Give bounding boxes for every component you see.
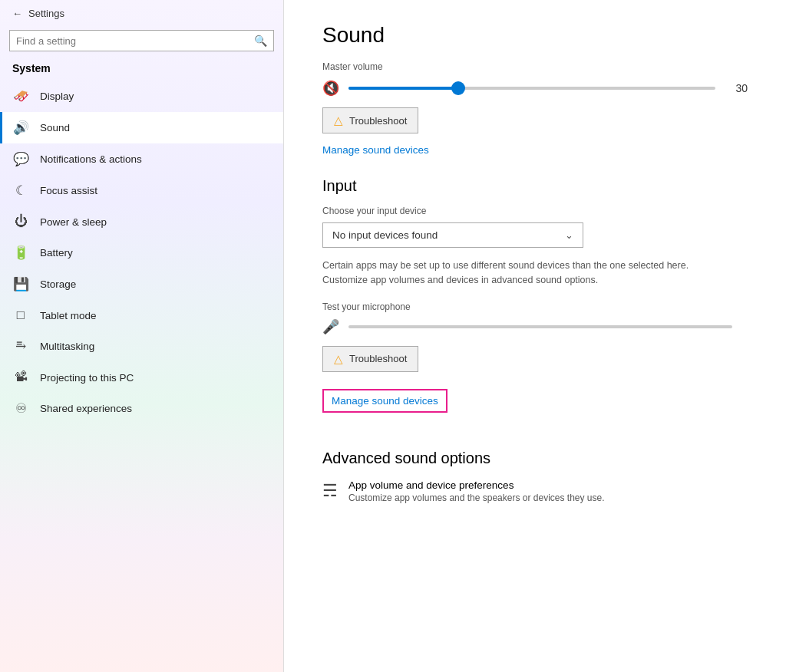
volume-track <box>348 87 715 90</box>
back-label: Settings <box>28 8 64 19</box>
master-volume-label: Master volume <box>322 61 748 72</box>
chevron-down-icon: ⌄ <box>565 229 573 241</box>
test-mic-label: Test your microphone <box>322 301 748 312</box>
shared-icon: ♾ <box>12 400 29 417</box>
volume-fill <box>348 87 458 90</box>
sidebar-item-tablet[interactable]: □ Tablet mode <box>0 300 283 331</box>
advanced-item-app-volume[interactable]: ☴ App volume and device preferences Cust… <box>322 479 748 503</box>
microphone-test-row: 🎤 <box>322 318 748 335</box>
sidebar-item-label: Multitasking <box>40 341 94 352</box>
sidebar-item-label: Power & sleep <box>40 216 107 228</box>
battery-icon: 🔋 <box>12 245 29 261</box>
storage-icon: 💾 <box>12 276 29 292</box>
mic-level-track <box>348 325 732 328</box>
dropdown-value: No input devices found <box>332 229 438 241</box>
sidebar-item-label: Projecting to this PC <box>40 372 134 384</box>
sidebar-item-focus[interactable]: ☾ Focus assist <box>0 175 283 206</box>
warning-icon: △ <box>334 114 343 127</box>
volume-thumb[interactable] <box>451 81 465 95</box>
sidebar-item-storage[interactable]: 💾 Storage <box>0 268 283 300</box>
sidebar-item-projecting[interactable]: 📽 Projecting to this PC <box>0 362 283 393</box>
input-device-dropdown[interactable]: No input devices found ⌄ <box>322 222 583 248</box>
choose-input-label: Choose your input device <box>322 206 748 216</box>
back-icon: ← <box>12 8 22 19</box>
app-volume-icon: ☴ <box>322 481 338 501</box>
volume-control: 🔇 30 <box>322 80 748 97</box>
sidebar-item-battery[interactable]: 🔋 Battery <box>0 237 283 268</box>
sidebar-item-label: Storage <box>40 278 76 290</box>
main-content: Sound Master volume 🔇 30 △ Troubleshoot … <box>284 0 786 672</box>
warning-icon-input: △ <box>334 352 343 366</box>
search-box[interactable]: 🔍 <box>9 30 274 51</box>
microphone-icon: 🎤 <box>322 318 339 335</box>
sidebar-item-shared[interactable]: ♾ Shared experiences <box>0 393 283 424</box>
display-icon: 🛷 <box>12 88 29 104</box>
sidebar-item-power[interactable]: ⏻ Power & sleep <box>0 206 283 237</box>
search-input[interactable] <box>16 35 254 47</box>
tablet-icon: □ <box>12 308 29 323</box>
manage-sound-devices-bottom-link[interactable]: Manage sound devices <box>322 389 447 413</box>
sidebar-item-multitasking[interactable]: ⥱ Multitasking <box>0 331 283 362</box>
volume-value: 30 <box>725 82 748 94</box>
page-title: Sound <box>322 23 748 48</box>
advanced-item-title: App volume and device preferences <box>348 479 605 491</box>
advanced-heading: Advanced sound options <box>322 450 748 467</box>
notifications-icon: 💬 <box>12 151 29 167</box>
sidebar-item-label: Shared experiences <box>40 403 132 414</box>
troubleshoot-input-label: Troubleshoot <box>349 353 407 364</box>
input-heading: Input <box>322 177 748 195</box>
sidebar-item-label: Focus assist <box>40 185 97 196</box>
sidebar: ← Settings 🔍 System 🛷 Display 🔊 Sound 💬 … <box>0 0 284 672</box>
back-button[interactable]: ← Settings <box>0 0 283 27</box>
sidebar-item-label: Notifications & actions <box>40 153 142 165</box>
manage-sound-devices-top-link[interactable]: Manage sound devices <box>322 144 429 156</box>
advanced-item-desc: Customize app volumes and the speakers o… <box>348 492 605 503</box>
advanced-section: Advanced sound options ☴ App volume and … <box>322 450 748 503</box>
sidebar-item-label: Sound <box>40 122 70 133</box>
sound-icon: 🔊 <box>12 120 29 136</box>
sidebar-item-display[interactable]: 🛷 Display <box>0 81 283 112</box>
multitasking-icon: ⥱ <box>12 338 29 354</box>
troubleshoot-input-button[interactable]: △ Troubleshoot <box>322 346 418 372</box>
section-title: System <box>0 58 283 81</box>
search-icon: 🔍 <box>254 35 267 47</box>
sidebar-item-notifications[interactable]: 💬 Notifications & actions <box>0 143 283 175</box>
mute-icon[interactable]: 🔇 <box>322 80 339 97</box>
volume-slider[interactable] <box>348 81 715 96</box>
troubleshoot-output-label: Troubleshoot <box>349 115 407 127</box>
sidebar-item-sound[interactable]: 🔊 Sound <box>0 112 283 143</box>
troubleshoot-output-button[interactable]: △ Troubleshoot <box>322 107 418 133</box>
info-text: Certain apps may be set up to use differ… <box>322 259 722 288</box>
sidebar-item-label: Tablet mode <box>40 310 97 321</box>
focus-icon: ☾ <box>12 183 29 199</box>
power-icon: ⏻ <box>12 214 29 229</box>
sidebar-item-label: Battery <box>40 247 73 259</box>
sidebar-item-label: Display <box>40 91 74 102</box>
projecting-icon: 📽 <box>12 370 29 385</box>
